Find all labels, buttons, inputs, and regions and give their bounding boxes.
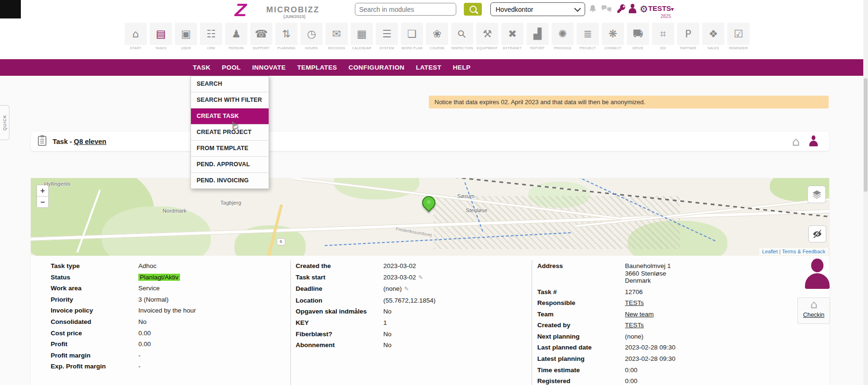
detail-row: Task start2023-03-02✎ bbox=[296, 272, 532, 284]
toolbar-item-crm[interactable]: ☷CRM bbox=[200, 23, 222, 50]
detail-label: Created by bbox=[537, 320, 625, 331]
search-button[interactable] bbox=[464, 3, 482, 16]
menu-item-templates[interactable]: TEMPLATES bbox=[297, 64, 337, 71]
toolbar-item-label: REMINDER bbox=[729, 46, 748, 50]
toolbar-item-calendar[interactable]: ▦CALENDAR bbox=[351, 23, 373, 50]
toolbar-item-extranet[interactable]: ✖EXTRANET bbox=[501, 23, 524, 50]
menu-item-help[interactable]: HELP bbox=[453, 64, 471, 71]
zoom-in-button[interactable]: + bbox=[37, 185, 48, 197]
toolbar-item-label: WORK PLAN bbox=[401, 46, 423, 50]
map[interactable]: 6 + − Leaflet | Terms & Feedback Hylling… bbox=[31, 178, 829, 256]
detail-row: Cost price0.00 bbox=[51, 328, 290, 339]
detail-row: AddressBauneholmvej 13660 StenløseDenmar… bbox=[537, 260, 829, 287]
toolbar-item-report[interactable]: ▟REPORT bbox=[526, 23, 549, 50]
responsible-person-icon[interactable] bbox=[808, 135, 819, 148]
toolbar-item-user[interactable]: ▣USER bbox=[175, 23, 197, 50]
menu-item-pool[interactable]: POOL bbox=[222, 64, 241, 71]
checkin-button[interactable]: ⌂ Checkin bbox=[797, 297, 830, 324]
zoom-out-button[interactable]: − bbox=[37, 197, 48, 207]
detail-row: Registered0:00 bbox=[537, 376, 829, 385]
detail-link[interactable]: TESTs bbox=[625, 299, 644, 306]
toolbar-item-planning[interactable]: ⇅PLANNING bbox=[275, 23, 298, 50]
toolbar-item-edi[interactable]: ⌗EDI bbox=[652, 23, 674, 50]
office-select[interactable]: Hovedkontor bbox=[490, 2, 585, 16]
notification-bell-icon[interactable] bbox=[587, 4, 598, 14]
detail-row: Priority3 (Normal) bbox=[51, 294, 290, 305]
home-icon[interactable]: ⌂ bbox=[792, 135, 800, 148]
toolbar-item-label: INVOICES bbox=[328, 46, 345, 50]
hide-map-button[interactable] bbox=[808, 225, 826, 242]
layers-button[interactable] bbox=[807, 186, 826, 203]
scrollbar-thumb[interactable] bbox=[864, 78, 868, 192]
toolbar-item-support[interactable]: ☎SUPPORT bbox=[250, 23, 272, 50]
menu-item-configuration[interactable]: CONFIGURATION bbox=[349, 64, 405, 71]
clipboard-icon: ▤ bbox=[156, 29, 166, 39]
toolbar-item-label: PROCESS bbox=[554, 46, 571, 50]
detail-value: No bbox=[383, 340, 532, 351]
edit-pencil-icon[interactable]: ✎ bbox=[404, 286, 409, 292]
detail-label: Address bbox=[537, 260, 625, 287]
toolbar-item-work-plan[interactable]: ❏WORK PLAN bbox=[401, 23, 423, 50]
toolbar-item-connect[interactable]: ❋CONNECT bbox=[602, 23, 624, 50]
quick-tab[interactable]: QUICK bbox=[0, 105, 9, 140]
toolbar-item-inspection[interactable]: ⚲INSPECTION bbox=[451, 23, 473, 50]
terms-feedback-link[interactable]: Terms & Feedback bbox=[782, 249, 825, 254]
detail-value: No bbox=[383, 329, 532, 340]
page-title: Task - Q8 eleven bbox=[53, 138, 106, 145]
toolbar-item-hours[interactable]: ◷HOURS bbox=[300, 23, 323, 50]
dropdown-item-search[interactable]: SEARCH bbox=[191, 76, 269, 92]
search-icon bbox=[470, 6, 477, 13]
toolbar-item-sales[interactable]: ❖SALES bbox=[702, 23, 724, 50]
toolbar-item-equipment[interactable]: ⚒EQUIPMENT bbox=[476, 23, 498, 50]
key-icon[interactable] bbox=[616, 4, 627, 14]
toolbar-item-label: START bbox=[130, 46, 142, 50]
toolbar-item-system[interactable]: ☰SYSTEM bbox=[376, 23, 398, 50]
toolbar-item-course[interactable]: ❀COURSE bbox=[426, 23, 448, 50]
checkin-home-icon: ⌂ bbox=[798, 299, 830, 310]
task-details: Task typeAdhocStatusPlanlagt/AktivWork a… bbox=[31, 256, 829, 385]
toolbar-item-label: REPORT bbox=[530, 46, 545, 50]
leaflet-link[interactable]: Leaflet bbox=[762, 249, 778, 254]
search-input[interactable] bbox=[355, 3, 456, 16]
detail-row: Next planning(none) bbox=[537, 331, 829, 342]
toolbar-item-drive[interactable]: ⛟DRIVE bbox=[627, 23, 649, 50]
dropdown-item-from-template[interactable]: FROM TEMPLATE bbox=[191, 141, 269, 157]
toolbar-item-process[interactable]: ✺PROCESS bbox=[552, 23, 574, 50]
dropdown-item-search-with-filter[interactable]: SEARCH WITH FILTER bbox=[191, 92, 269, 108]
detail-row: Task #12706 bbox=[537, 287, 829, 298]
toolbar-item-person[interactable]: ♟PERSON bbox=[225, 23, 247, 50]
dropdown-item-pend-invoicing[interactable]: PEND. INVOICING bbox=[191, 173, 269, 188]
detail-link[interactable]: New team bbox=[625, 311, 654, 318]
task-title-prefix: Task - bbox=[53, 138, 74, 145]
user-menu[interactable]: TESTS▾ bbox=[648, 4, 674, 12]
toolbar-item-label: PERSON bbox=[229, 46, 244, 50]
menu-item-latest[interactable]: LATEST bbox=[416, 64, 442, 71]
detail-label: Next planning bbox=[537, 331, 625, 342]
detail-label: KEY bbox=[296, 317, 383, 329]
task-title-link[interactable]: Q8 eleven bbox=[74, 138, 107, 145]
toolbar-item-label: EDI bbox=[660, 46, 666, 50]
toolbar-item-tasks[interactable]: ▤TASKS bbox=[150, 23, 172, 50]
edit-pencil-icon[interactable]: ✎ bbox=[418, 274, 423, 281]
toolbar-item-reminder[interactable]: ☑REMINDER bbox=[727, 23, 750, 50]
cart-icon: ⌗ bbox=[660, 29, 666, 39]
menu-item-task[interactable]: TASK bbox=[193, 64, 210, 71]
detail-value: 2023-03-02✎ bbox=[383, 272, 532, 284]
toolbar-item-partner[interactable]: PPARTNER bbox=[677, 23, 699, 50]
detail-value: 0.00 bbox=[138, 339, 290, 350]
toolbar-item-project[interactable]: ≣PROJECT bbox=[577, 23, 599, 50]
detail-label: Time estimate bbox=[537, 365, 625, 376]
map-label: Hyllingeriis bbox=[44, 181, 71, 187]
detail-label: Opgaven skal indmåles bbox=[296, 306, 383, 317]
toolbar-item-invoices[interactable]: ✉INVOICES bbox=[326, 23, 348, 50]
chat-icon[interactable] bbox=[601, 4, 612, 14]
map-label: Frederikssundsvej bbox=[396, 226, 433, 237]
detail-label: Invoice policy bbox=[51, 305, 138, 316]
toolbar-item-start[interactable]: ⌂START bbox=[125, 23, 147, 50]
menu-item-innovate[interactable]: INNOVATE bbox=[252, 64, 286, 71]
details-column-2: Created the2023-03-02Task start2023-03-0… bbox=[290, 260, 532, 385]
detail-link[interactable]: TESTs bbox=[625, 322, 644, 329]
dropdown-item-pend-approval[interactable]: PEND. APPROVAL bbox=[191, 157, 269, 173]
user-icon[interactable] bbox=[628, 4, 637, 14]
page-scrollbar[interactable] bbox=[863, 0, 868, 385]
